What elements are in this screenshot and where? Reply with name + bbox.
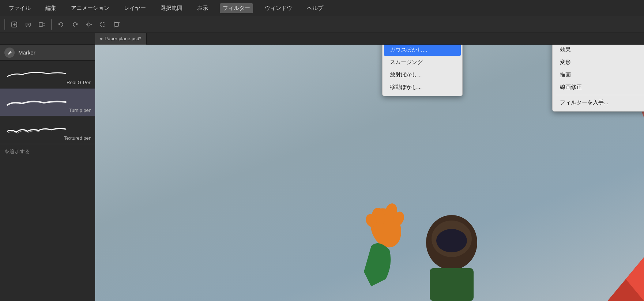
filter-menu-separator [556,95,644,95]
brush-label-turnip-pen: Turnip pen [69,108,91,113]
brush-preview-textured-pen [4,120,69,140]
toolbar-canvas-btn[interactable] [8,18,20,31]
toolbar-transform-btn[interactable] [36,18,48,31]
toolbar-separator-2 [51,19,52,30]
toolbar-crop-btn[interactable] [110,18,123,31]
svg-rect-9 [115,23,118,26]
menu-select[interactable]: 選択範囲 [158,3,185,13]
filter-effects-item[interactable]: 効果 › [554,45,644,56]
svg-point-26 [436,229,467,252]
tab-label: Paper plane.psd* [105,36,141,41]
blur-item-gaussian[interactable]: ガウスぼかし... [384,45,461,56]
filter-transform-item[interactable]: 変形 › [554,56,644,68]
toolbar-add-layer-btn[interactable] [22,18,34,31]
menu-edit[interactable]: 編集 [42,3,59,13]
svg-rect-8 [101,22,105,27]
menu-animation[interactable]: アニメーション [68,3,112,13]
filter-effects-label: 効果 [560,46,641,53]
toolbar [0,16,644,33]
character-figure [342,199,525,301]
add-brush-button[interactable]: を追加する [0,144,95,159]
menu-window[interactable]: ウィンドウ [262,3,295,13]
brush-item-turnip-pen[interactable]: Turnip pen [0,89,95,116]
toolbar-light-btn[interactable] [83,18,95,31]
tab-bar: Paper plane.psd* [0,33,644,45]
menu-view[interactable]: 表示 [194,3,211,13]
filter-draw-label: 描画 [560,71,641,78]
menu-file[interactable]: ファイル [6,3,34,13]
brush-label-real-g-pen: Real G-Pen [67,80,91,85]
marker-icon [4,48,15,58]
blur-item-smoothing[interactable]: スムージング [384,56,461,68]
filter-line-correction-item[interactable]: 線画修正 › [554,81,644,93]
filter-line-correction-label: 線画修正 [560,84,641,91]
blur-item-gaussian-label: ガウスぼかし... [390,46,428,53]
toolbar-redo-btn[interactable] [69,18,81,31]
svg-point-3 [87,23,90,26]
blur-submenu-panel: ぼかし ぼかし (強) ガウスぼかし... スムージング 放射ぼかし... 移動… [382,45,463,96]
svg-rect-27 [430,268,474,301]
brush-item-real-g-pen[interactable]: Real G-Pen [0,61,95,89]
brush-preview-real-g-pen [4,64,69,85]
blur-item-radial[interactable]: 放射ぼかし... [384,69,461,81]
filter-get-filter-item[interactable]: フィルターを入手... [554,97,644,109]
brush-panel-header: Marker [0,45,95,61]
filter-draw-item[interactable]: 描画 › [554,69,644,81]
blur-submenu-container: ぼかし ぼかし (強) ガウスぼかし... スムージング 放射ぼかし... 移動… [382,45,463,96]
tab-modified-indicator [100,38,102,40]
menu-filter[interactable]: フィルター [220,3,253,13]
blur-item-radial-label: 放射ぼかし... [390,71,422,78]
filter-transform-label: 変形 [560,59,641,66]
svg-rect-2 [39,23,43,26]
main-layout: Marker Real G-Pen Turnip pen [0,45,644,301]
left-panel: Marker Real G-Pen Turnip pen [0,45,95,301]
toolbar-select-btn[interactable] [97,18,109,31]
toolbar-undo-btn[interactable] [55,18,67,31]
blur-item-motion[interactable]: 移動ぼかし... [384,81,461,93]
brush-panel-title: Marker [18,49,35,56]
menu-help[interactable]: ヘルプ [304,3,326,13]
brush-preview-turnip-pen [4,92,69,113]
menu-layer[interactable]: レイヤー [121,3,149,13]
blur-item-smoothing-label: スムージング [390,59,423,66]
menubar: ファイル 編集 アニメーション レイヤー 選択範囲 表示 フィルター ウィンドウ… [0,0,644,16]
blur-item-motion-label: 移動ぼかし... [390,84,422,91]
document-tab[interactable]: Paper plane.psd* [95,33,147,45]
brush-label-textured-pen: Textured pen [64,135,91,141]
paper-plane-bottom-right [578,228,644,301]
toolbar-separator-1 [4,19,5,30]
filter-menu-panel: ぼかし › シャープ › 効果 › 変形 › 描画 › [552,45,644,112]
canvas-area[interactable]: ぼかし › シャープ › 効果 › 変形 › 描画 › [95,45,644,301]
filter-get-filter-label: フィルターを入手... [560,99,644,106]
brush-item-textured-pen[interactable]: Textured pen [0,116,95,144]
